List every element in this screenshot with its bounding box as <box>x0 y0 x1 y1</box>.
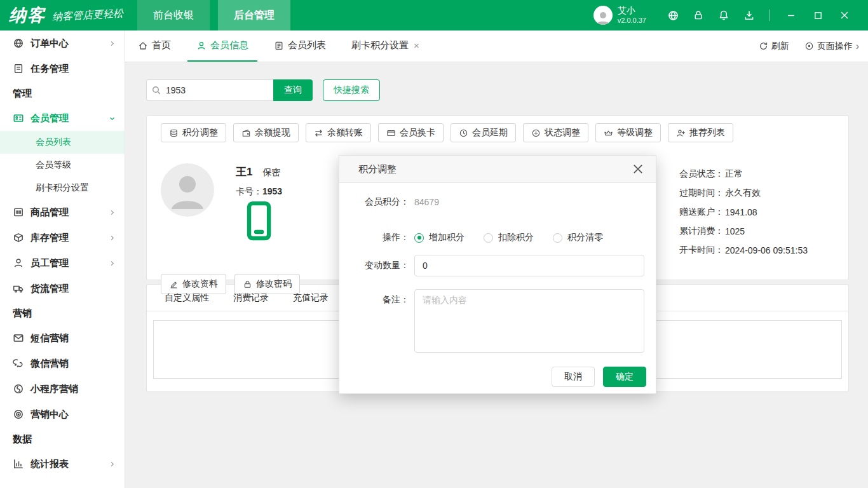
quick-search-button[interactable]: 快捷搜索 <box>323 79 380 101</box>
remark-textarea[interactable] <box>414 289 644 353</box>
sidebar-item-card-points-setting[interactable]: 刷卡积分设置 <box>0 177 125 200</box>
employee-icon <box>13 257 24 269</box>
sidebar-item-logistics-manage[interactable]: 货流管理 <box>0 276 125 301</box>
sidebar-item-employee-manage[interactable]: 员工管理 <box>0 250 125 276</box>
sidebar-item-order-center[interactable]: 订单中心 <box>0 30 125 56</box>
topbar-divider <box>770 10 770 21</box>
cancel-button[interactable]: 取消 <box>552 367 595 387</box>
sidebar-item-product-manage[interactable]: 商品管理 <box>0 200 125 225</box>
status-adjust-button[interactable]: 状态调整 <box>523 123 588 142</box>
target-icon <box>13 409 24 420</box>
points-adjust-dialog: 积分调整 会员积分： 84679 操作： 增加积分 扣除积分 积分清零 <box>339 155 656 394</box>
maximize-icon[interactable] <box>812 10 824 21</box>
nav-front-cashier[interactable]: 前台收银 <box>137 0 210 30</box>
sidebar-item-label: 小程序营销 <box>31 383 78 395</box>
button-label: 等级调整 <box>617 127 653 139</box>
member-search-input[interactable] <box>146 79 273 101</box>
tab-member-list[interactable]: 会员列表 <box>265 30 335 62</box>
query-button[interactable]: 查询 <box>273 79 313 101</box>
sidebar-item-label: 货流管理 <box>31 283 69 295</box>
edit-password-button[interactable]: 修改密码 <box>234 274 300 294</box>
sidebar-item-member-manage[interactable]: 会员管理 <box>0 105 125 131</box>
field-row: 会员状态：正常 <box>679 165 836 184</box>
confirm-button[interactable]: 确定 <box>603 367 646 387</box>
balance-withdraw-button[interactable]: 余额提现 <box>233 123 299 142</box>
tab-label: 会员列表 <box>288 39 326 51</box>
tab-home[interactable]: 首页 <box>129 30 180 62</box>
level-adjust-button[interactable]: 等级调整 <box>595 123 661 142</box>
sidebar-item-wechat-marketing[interactable]: 微信营销 <box>0 351 125 376</box>
tab-close-icon[interactable]: × <box>414 40 419 51</box>
button-label: 余额转账 <box>327 127 363 139</box>
sidebar-section-manage: 管理 <box>0 81 125 105</box>
sidebar-item-sms-marketing[interactable]: 短信营销 <box>0 325 125 351</box>
amount-input[interactable] <box>414 255 644 276</box>
button-label: 修改资料 <box>182 278 218 290</box>
service-icon[interactable] <box>667 9 679 22</box>
member-card-icon <box>13 112 24 124</box>
chevron-right-icon <box>109 40 116 47</box>
nav-backend-admin[interactable]: 后台管理 <box>218 0 290 30</box>
points-adjust-button[interactable]: 积分调整 <box>161 123 226 142</box>
sidebar-item-report[interactable]: 统计报表 <box>0 451 125 477</box>
chevron-down-icon <box>109 115 116 122</box>
download-icon[interactable] <box>743 9 756 22</box>
refresh-button[interactable]: 刷新 <box>759 41 789 52</box>
chevron-right-icon <box>109 234 116 241</box>
radio-icon <box>484 233 493 243</box>
bell-icon[interactable] <box>717 9 730 22</box>
tab-card-points-setting[interactable]: 刷卡积分设置 × <box>342 30 428 62</box>
sidebar-item-task-manage[interactable]: 任务管理 <box>0 56 125 81</box>
member-gender: 保密 <box>262 167 280 179</box>
tab-custom-attributes[interactable]: 自定义属性 <box>165 292 209 304</box>
dialog-title: 积分调整 <box>358 163 397 175</box>
sidebar-section-marketing: 营销 <box>0 301 125 325</box>
dialog-close-icon[interactable] <box>632 163 644 175</box>
page-ops-label: 页面操作 <box>817 41 853 52</box>
sidebar-item-inventory-manage[interactable]: 库存管理 <box>0 225 125 250</box>
tab-member-info[interactable]: 会员信息 <box>187 30 257 62</box>
button-label: 会员延期 <box>472 127 508 139</box>
field-row: 赠送账户：1941.08 <box>679 203 836 222</box>
search-icon <box>151 85 161 95</box>
button-label: 推荐列表 <box>689 127 725 139</box>
user-menu[interactable]: 艾小 v2.0.0.37 <box>593 5 646 25</box>
order-center-icon <box>13 37 24 49</box>
member-avatar <box>161 163 214 217</box>
sidebar-item-member-list[interactable]: 会员列表 <box>0 131 125 154</box>
edit-profile-button[interactable]: 修改资料 <box>161 274 226 294</box>
radio-clear-points[interactable]: 积分清零 <box>553 232 603 243</box>
field-row: 过期时间：永久有效 <box>679 184 836 203</box>
total-consume-value: 1025 <box>725 226 745 236</box>
minimize-icon[interactable] <box>785 10 797 21</box>
sidebar-item-label: 会员管理 <box>31 112 69 125</box>
card-icon <box>386 128 396 138</box>
page-ops-button[interactable]: 页面操作 › <box>804 41 859 52</box>
expire-time-value: 永久有效 <box>725 187 761 199</box>
clock-icon <box>459 128 468 138</box>
tab-consume-records[interactable]: 消费记录 <box>233 292 269 304</box>
member-extend-button[interactable]: 会员延期 <box>451 123 516 142</box>
sidebar-item-label: 微信营销 <box>31 358 69 370</box>
topbar: 纳客 纳客管店更轻松 前台收银 后台管理 艾小 v2.0.0.37 <box>0 0 868 30</box>
member-actions-row: 积分调整 余额提现 余额转账 会员换卡 会员延期 状态调整 <box>161 123 836 142</box>
radio-deduct-points[interactable]: 扣除积分 <box>484 232 534 243</box>
sidebar-item-member-level[interactable]: 会员等级 <box>0 154 125 177</box>
balance-transfer-button[interactable]: 余额转账 <box>306 123 371 142</box>
sidebar-item-marketing-center[interactable]: 营销中心 <box>0 402 125 427</box>
dialog-header: 积分调整 <box>339 156 656 183</box>
tab-recharge-records[interactable]: 充值记录 <box>293 292 329 304</box>
gift-account-value: 1941.08 <box>725 207 757 217</box>
radio-add-points[interactable]: 增加积分 <box>414 232 465 243</box>
card-no-label: 卡号： <box>236 186 262 196</box>
field-label: 开卡时间： <box>679 245 725 256</box>
task-icon <box>13 63 24 74</box>
lock-icon[interactable] <box>692 9 705 22</box>
referral-list-button[interactable]: 推荐列表 <box>668 123 733 142</box>
radio-icon <box>553 233 562 243</box>
sidebar-item-miniprogram-marketing[interactable]: 小程序营销 <box>0 376 125 402</box>
sidebar-item-label: 订单中心 <box>31 37 69 50</box>
close-icon[interactable] <box>839 10 850 21</box>
refresh-icon <box>759 41 768 51</box>
change-card-button[interactable]: 会员换卡 <box>378 123 444 142</box>
